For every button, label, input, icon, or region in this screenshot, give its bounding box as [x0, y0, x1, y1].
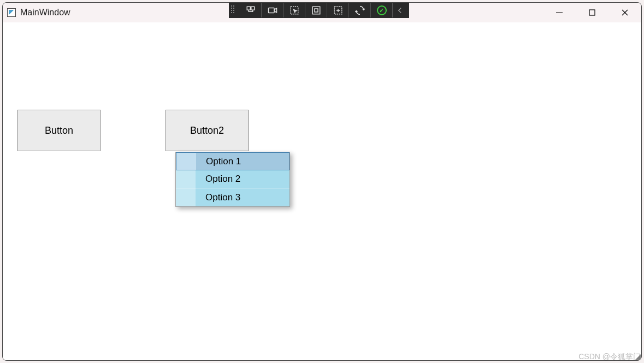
client-area: Button Button2 Option 1 Option 2 Option …: [3, 22, 641, 360]
status-ok-icon[interactable]: ✓: [371, 3, 393, 17]
toolbar-grip-icon[interactable]: [231, 5, 238, 15]
hot-reload-icon[interactable]: [349, 3, 371, 17]
svg-rect-1: [251, 7, 254, 10]
record-icon[interactable]: [262, 3, 283, 17]
button-2[interactable]: Button2: [166, 110, 249, 151]
select-element-icon[interactable]: [283, 3, 305, 17]
live-visual-tree-icon[interactable]: [240, 3, 262, 17]
layout-adorners-icon[interactable]: [305, 3, 327, 17]
svg-rect-4: [312, 7, 320, 14]
context-menu: Option 1 Option 2 Option 3: [175, 152, 290, 207]
menu-icon-slot: [176, 153, 196, 170]
menu-item-label: Option 2: [196, 174, 240, 185]
window-controls: [543, 3, 641, 22]
close-button[interactable]: [608, 3, 641, 22]
window-title: MainWindow: [20, 8, 70, 17]
collapse-chevron-icon[interactable]: [393, 3, 407, 17]
svg-rect-0: [247, 7, 250, 10]
menu-icon-slot: [176, 188, 196, 206]
minimize-button[interactable]: [543, 3, 576, 22]
menu-item-option-3[interactable]: Option 3: [176, 188, 289, 206]
title-left: MainWindow: [3, 8, 70, 17]
titlebar[interactable]: MainWindow ✓: [3, 3, 641, 22]
menu-icon-slot: [176, 170, 196, 188]
main-window: MainWindow ✓: [2, 2, 642, 361]
menu-item-option-1[interactable]: Option 1: [176, 152, 289, 170]
button-1[interactable]: Button: [17, 110, 101, 151]
menu-item-option-2[interactable]: Option 2: [176, 170, 289, 188]
svg-rect-5: [315, 9, 318, 12]
app-icon: [7, 8, 16, 17]
svg-rect-2: [268, 8, 274, 13]
watermark: CSDN @令狐掌门: [578, 352, 641, 362]
svg-rect-8: [589, 10, 595, 15]
menu-item-label: Option 3: [196, 192, 240, 203]
maximize-button[interactable]: [576, 3, 608, 22]
debug-toolbar[interactable]: ✓: [229, 3, 409, 18]
menu-item-label: Option 1: [196, 156, 241, 167]
track-focus-icon[interactable]: [327, 3, 349, 17]
